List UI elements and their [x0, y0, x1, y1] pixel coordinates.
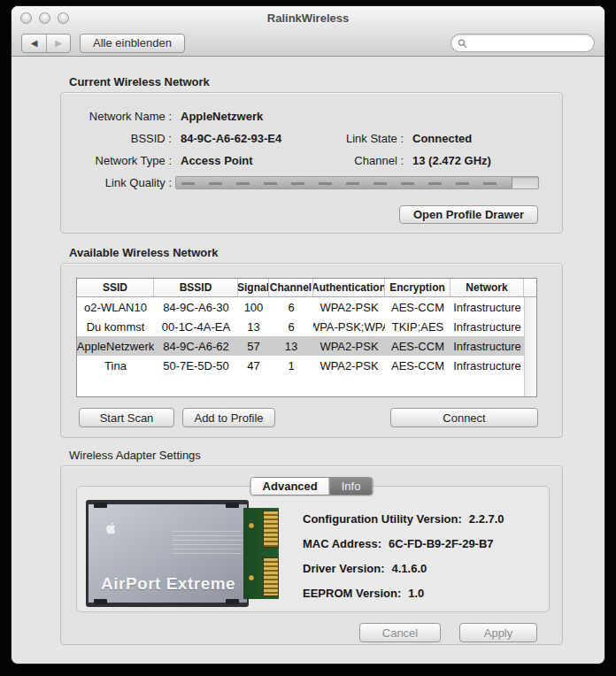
table-row[interactable]: Tina 50-7E-5D-50 47 1 WPA2-PSK AES-CCM I… — [77, 356, 536, 375]
network-name-row: Network Name : AppleNetzwerk — [61, 105, 562, 127]
adapter-settings-section-title: Wireless Adapter Settings — [69, 449, 604, 462]
table-scrollbar[interactable] — [524, 297, 536, 396]
card-pcb — [243, 508, 279, 599]
toolbar: ◀ ▶ Alle einblenden — [12, 29, 604, 57]
card-solder-pad — [248, 574, 255, 581]
cell-network: Infrastructure — [450, 356, 524, 375]
titlebar[interactable]: RalinkWireless — [12, 6, 604, 29]
card-product-name: AirPort Extreme — [101, 574, 235, 594]
column-header-bssid[interactable]: BSSID — [154, 279, 238, 296]
cell-enc: AES-CCM — [385, 336, 450, 356]
available-networks-groupbox: SSID BSSID Signal Channel Authentication… — [60, 263, 563, 438]
eeprom-version-value: 1.0 — [408, 587, 424, 600]
network-type-value: Access Point — [181, 154, 296, 167]
column-header-spacer — [524, 279, 536, 296]
current-network-section-title: Current Wireless Network — [69, 75, 604, 88]
zoom-button[interactable] — [58, 12, 69, 24]
table-row[interactable]: Du kommst 00-1C-4A-EA 13 6 WPA-PSK;WPA T… — [77, 317, 536, 336]
link-state-value: Connected — [412, 132, 472, 145]
tab-info[interactable]: Info — [329, 478, 373, 495]
cell-auth: WPA2-PSK — [313, 356, 385, 375]
cell-enc: TKIP;AES — [385, 317, 450, 336]
link-quality-fill — [176, 177, 512, 188]
bssid-value: 84-9C-A6-62-93-E4 — [181, 132, 296, 145]
adapter-info-lines: Configuration Utility Version: 2.2.7.0 M… — [303, 506, 504, 605]
channel-value: 13 (2.472 GHz) — [412, 154, 491, 167]
cell-signal: 13 — [238, 317, 269, 336]
cell-signal: 47 — [238, 356, 269, 375]
cell-auth: WPA2-PSK — [313, 336, 385, 356]
nettype-channel-row: Network Type : Access Point Channel : 13… — [61, 150, 562, 172]
close-button[interactable] — [20, 12, 32, 24]
cell-channel: 6 — [269, 317, 313, 336]
cell-ssid: AppleNetzwerk — [77, 336, 154, 356]
channel-label: Channel : — [296, 154, 404, 167]
card-connector-pins — [263, 557, 279, 596]
link-quality-label: Link Quality : — [61, 176, 172, 189]
cell-bssid: 50-7E-5D-50 — [154, 356, 238, 375]
search-input[interactable] — [471, 36, 588, 50]
cancel-button[interactable]: Cancel — [359, 623, 441, 642]
cell-bssid: 00-1C-4A-EA — [154, 317, 238, 336]
column-header-channel[interactable]: Channel — [269, 279, 313, 296]
eeprom-version-label: EEPROM Version: — [303, 587, 401, 600]
search-field[interactable] — [450, 34, 595, 52]
cell-signal: 100 — [238, 297, 269, 317]
column-header-ssid[interactable]: SSID — [77, 279, 154, 296]
card-body: AirPort Extreme — [89, 504, 247, 603]
card-corner-clip — [226, 503, 239, 508]
cell-ssid: Du kommst — [77, 317, 154, 336]
config-version-value: 2.2.7.0 — [469, 512, 504, 526]
adapter-settings-groupbox: Advanced Info AirPort Extreme — [60, 465, 563, 645]
cell-network: Infrastructure — [450, 297, 524, 317]
driver-version-row: Driver Version: 4.1.6.0 — [303, 556, 504, 580]
cell-channel: 1 — [269, 356, 313, 375]
forward-button[interactable]: ▶ — [46, 35, 70, 52]
card-connector-pins — [263, 511, 279, 548]
table-header-row: SSID BSSID Signal Channel Authentication… — [77, 279, 536, 297]
link-quality-row: Link Quality : — [61, 172, 562, 194]
table-row[interactable]: o2-WLAN10 84-9C-A6-30 100 6 WPA2-PSK AES… — [77, 297, 536, 317]
traffic-lights — [20, 12, 69, 24]
column-header-signal[interactable]: Signal — [238, 279, 269, 296]
back-button[interactable]: ◀ — [22, 35, 46, 52]
driver-version-label: Driver Version: — [303, 562, 385, 575]
mac-address-label: MAC Address: — [303, 537, 381, 550]
card-corner-clip — [94, 503, 107, 508]
tab-advanced[interactable]: Advanced — [251, 478, 329, 495]
card-corner-clip — [226, 599, 239, 604]
link-quality-texture — [181, 182, 508, 185]
start-scan-button[interactable]: Start Scan — [79, 408, 174, 427]
column-header-encryption[interactable]: Encryption — [385, 279, 450, 296]
available-networks-section-title: Available Wireless Network — [69, 246, 604, 259]
table-row-selected[interactable]: AppleNetzwerk 84-9C-A6-62 57 13 WPA2-PSK… — [77, 336, 536, 356]
open-profile-drawer-button[interactable]: Open Profile Drawer — [399, 205, 538, 224]
apply-button[interactable]: Apply — [459, 623, 537, 642]
cell-enc: AES-CCM — [385, 356, 450, 375]
config-version-row: Configuration Utility Version: 2.2.7.0 — [303, 506, 504, 531]
cell-network: Infrastructure — [450, 336, 524, 356]
network-type-label: Network Type : — [61, 154, 172, 167]
config-version-label: Configuration Utility Version: — [303, 512, 462, 526]
minimize-button[interactable] — [39, 12, 50, 24]
add-to-profile-button[interactable]: Add to Profile — [182, 408, 275, 427]
card-solder-pad — [248, 522, 255, 529]
adapter-info-panel: AirPort Extreme Configuration — [76, 486, 550, 612]
column-header-authentication[interactable]: Authentication — [313, 279, 385, 296]
column-header-network[interactable]: Network — [450, 279, 524, 296]
connect-button[interactable]: Connect — [390, 408, 538, 427]
apple-logo-icon — [104, 520, 118, 536]
networks-table: SSID BSSID Signal Channel Authentication… — [76, 278, 537, 397]
driver-version-value: 4.1.6.0 — [392, 562, 427, 575]
window-chrome: RalinkWireless ◀ ▶ Alle einblenden — [12, 6, 604, 57]
mac-address-value: 6C-FD-B9-2F-29-B7 — [389, 537, 493, 550]
nav-buttons: ◀ ▶ — [21, 34, 71, 53]
current-network-groupbox: Network Name : AppleNetzwerk BSSID : 84-… — [60, 92, 563, 234]
window-title: RalinkWireless — [12, 12, 604, 25]
cell-network: Infrastructure — [450, 317, 524, 336]
main-content: Current Wireless Network Network Name : … — [12, 57, 604, 645]
show-all-button[interactable]: Alle einblenden — [80, 34, 185, 53]
cell-channel: 13 — [269, 336, 313, 356]
forward-arrow-icon: ▶ — [55, 38, 62, 48]
adapter-tabs: Advanced Info — [250, 477, 373, 495]
